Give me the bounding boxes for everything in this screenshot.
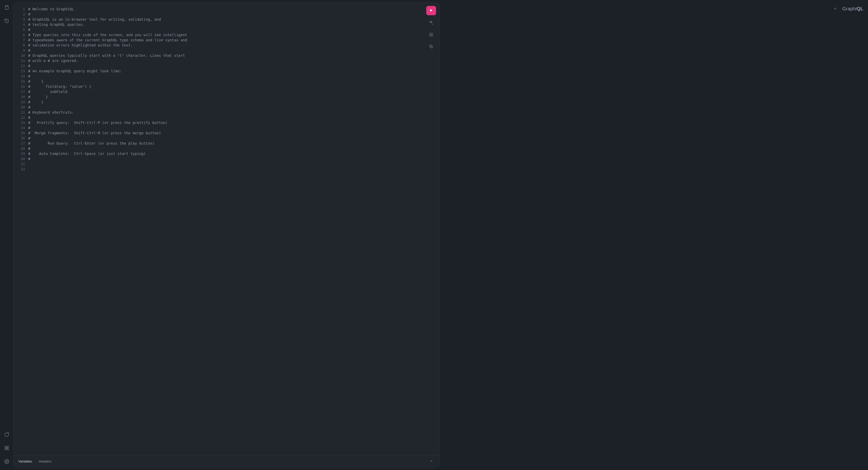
add-tab-button[interactable] bbox=[832, 6, 838, 12]
line-number: 16 bbox=[14, 84, 25, 89]
code-line[interactable]: # bbox=[28, 135, 424, 141]
line-number: 6 bbox=[14, 32, 25, 37]
line-number: 5 bbox=[14, 27, 25, 32]
code-line[interactable]: # { bbox=[28, 79, 424, 84]
code-line[interactable]: # bbox=[28, 156, 424, 161]
merge-icon bbox=[429, 32, 433, 38]
line-number: 20 bbox=[14, 104, 25, 110]
query-editor-panel: 1234567891011121314151617181920212223242… bbox=[13, 3, 439, 467]
code-line[interactable] bbox=[28, 161, 424, 166]
main-area: 1234567891011121314151617181920212223242… bbox=[13, 0, 868, 470]
code-line[interactable]: # bbox=[28, 104, 424, 110]
line-number: 9 bbox=[14, 48, 25, 53]
history-button[interactable] bbox=[3, 17, 11, 25]
line-number: 13 bbox=[14, 68, 25, 73]
line-number: 17 bbox=[14, 89, 25, 94]
line-number: 7 bbox=[14, 37, 25, 42]
code-line[interactable] bbox=[28, 166, 424, 172]
refresh-icon bbox=[4, 432, 9, 438]
code-line[interactable]: # bbox=[28, 73, 424, 79]
toggle-tools-button[interactable] bbox=[428, 459, 435, 465]
code-line[interactable]: # testing GraphQL queries. bbox=[28, 22, 424, 27]
line-number: 2 bbox=[14, 11, 25, 17]
prettify-button[interactable] bbox=[427, 19, 435, 27]
code-line[interactable]: # } bbox=[28, 99, 424, 104]
code-line[interactable]: # Keyboard shortcuts: bbox=[28, 110, 424, 115]
response-header: GraphiQL bbox=[443, 4, 863, 14]
line-number: 12 bbox=[14, 63, 25, 68]
settings-button[interactable] bbox=[3, 458, 11, 466]
response-body bbox=[443, 14, 863, 467]
variables-tab[interactable]: Variables bbox=[18, 460, 32, 463]
query-editor[interactable]: 1234567891011121314151617181920212223242… bbox=[14, 3, 439, 455]
line-number: 25 bbox=[14, 130, 25, 135]
line-number: 3 bbox=[14, 17, 25, 22]
line-number: 26 bbox=[14, 135, 25, 141]
docs-explorer-button[interactable] bbox=[3, 4, 11, 12]
code-line[interactable]: # bbox=[28, 63, 424, 68]
gear-icon bbox=[4, 459, 9, 465]
svg-rect-0 bbox=[5, 5, 8, 9]
line-number: 23 bbox=[14, 120, 25, 125]
sidebar-bottom-group bbox=[3, 431, 11, 470]
sidebar-top-group bbox=[3, 4, 11, 25]
line-number: 31 bbox=[14, 161, 25, 166]
docs-icon bbox=[4, 5, 9, 11]
code-line[interactable]: # subField bbox=[28, 89, 424, 94]
code-line[interactable]: # GraphQL queries typically start with a… bbox=[28, 53, 424, 58]
line-number: 30 bbox=[14, 156, 25, 161]
line-number: 28 bbox=[14, 146, 25, 151]
line-number: 10 bbox=[14, 53, 25, 58]
code-line[interactable]: # Prettify query: Shift-Ctrl-P (or press… bbox=[28, 120, 424, 125]
keyboard-shortcuts-button[interactable] bbox=[3, 444, 11, 452]
code-line[interactable]: # with a # are ignored. bbox=[28, 58, 424, 63]
code-line[interactable]: # bbox=[28, 11, 424, 17]
copy-query-button[interactable] bbox=[427, 42, 435, 51]
prettify-icon bbox=[429, 21, 433, 26]
line-number: 32 bbox=[14, 166, 25, 172]
line-number: 24 bbox=[14, 125, 25, 130]
code-line[interactable]: # bbox=[28, 115, 424, 120]
plus-icon bbox=[833, 7, 837, 11]
line-number: 4 bbox=[14, 22, 25, 27]
line-number: 29 bbox=[14, 151, 25, 156]
copy-icon bbox=[429, 44, 433, 50]
line-number: 21 bbox=[14, 110, 25, 115]
code-content[interactable]: # Welcome to GraphiQL## GraphiQL is an i… bbox=[28, 6, 439, 452]
play-icon bbox=[429, 8, 433, 13]
code-line[interactable]: # Auto Complete: Ctrl-Space (or just sta… bbox=[28, 151, 424, 156]
code-line[interactable]: # field(arg: "value") { bbox=[28, 84, 424, 89]
code-line[interactable]: # Type queries into this side of the scr… bbox=[28, 32, 424, 37]
code-line[interactable]: # } bbox=[28, 94, 424, 99]
graphiql-logo: GraphiQL bbox=[842, 6, 863, 11]
command-icon bbox=[4, 445, 9, 451]
editor-toolbar bbox=[426, 6, 436, 51]
code-line[interactable]: # GraphiQL is an in-browser tool for wri… bbox=[28, 17, 424, 22]
refresh-schema-button[interactable] bbox=[3, 431, 11, 439]
chevron-up-icon bbox=[430, 459, 433, 464]
editor-footer: Variables Headers bbox=[14, 455, 439, 467]
code-line[interactable]: # An example GraphQL query might look li… bbox=[28, 68, 424, 73]
line-number: 19 bbox=[14, 99, 25, 104]
merge-fragments-button[interactable] bbox=[427, 31, 435, 39]
sidebar bbox=[0, 0, 13, 470]
code-line[interactable]: # bbox=[28, 27, 424, 32]
app-root: 1234567891011121314151617181920212223242… bbox=[0, 0, 868, 470]
code-line[interactable]: # bbox=[28, 146, 424, 151]
line-number: 8 bbox=[14, 42, 25, 48]
line-number: 1 bbox=[14, 6, 25, 11]
code-line[interactable]: # Welcome to GraphiQL bbox=[28, 6, 424, 11]
history-icon bbox=[4, 18, 9, 24]
line-number: 22 bbox=[14, 115, 25, 120]
execute-query-button[interactable] bbox=[426, 6, 436, 15]
code-line[interactable]: # bbox=[28, 125, 424, 130]
code-line[interactable]: # Merge fragments: Shift-Ctrl-M (or pres… bbox=[28, 130, 424, 135]
line-number: 15 bbox=[14, 79, 25, 84]
code-line[interactable]: # typeaheads aware of the current GraphQ… bbox=[28, 37, 424, 42]
code-line[interactable]: # validation errors highlighted within t… bbox=[28, 42, 424, 48]
line-number: 18 bbox=[14, 94, 25, 99]
code-line[interactable]: # Run Query: Ctrl-Enter (or press the pl… bbox=[28, 141, 424, 146]
code-line[interactable]: # bbox=[28, 48, 424, 53]
line-number-gutter: 1234567891011121314151617181920212223242… bbox=[14, 6, 28, 452]
headers-tab[interactable]: Headers bbox=[39, 460, 52, 463]
